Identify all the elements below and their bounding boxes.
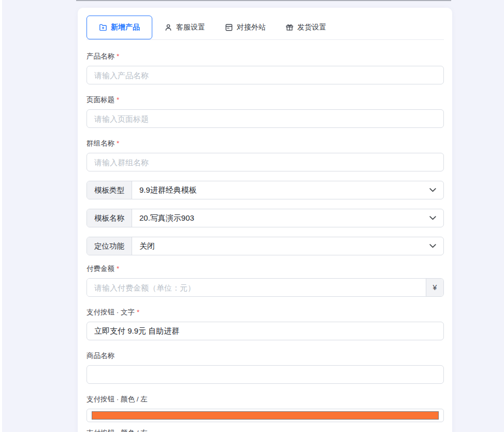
folder-add-icon bbox=[99, 23, 107, 32]
select-value: 9.9进群经典模板 bbox=[132, 181, 429, 199]
select-value: 20.写真演示903 bbox=[132, 209, 429, 227]
field-pay-button-color-left: 支付按钮 · 颜色 / 左 bbox=[87, 395, 444, 422]
tab-bar: 新增产品 客服设置 对接外站 bbox=[87, 16, 444, 40]
required-mark: * bbox=[117, 95, 119, 105]
location-feature-select[interactable]: 定位功能 关闭 bbox=[87, 237, 444, 255]
chevron-down-icon bbox=[429, 209, 436, 227]
tab-label: 新增产品 bbox=[111, 23, 140, 32]
tab-add-product[interactable]: 新增产品 bbox=[87, 16, 152, 39]
select-label: 模板类型 bbox=[87, 181, 132, 199]
select-label: 模板名称 bbox=[87, 209, 132, 227]
color-picker-left[interactable] bbox=[87, 409, 444, 422]
required-mark: * bbox=[117, 52, 119, 61]
page-left-edge bbox=[0, 0, 2, 432]
goods-name-input[interactable] bbox=[87, 365, 444, 384]
field-label: 支付按钮 · 文字 * bbox=[87, 308, 444, 317]
tab-label: 客服设置 bbox=[176, 23, 205, 32]
tab-label: 发货设置 bbox=[297, 23, 326, 32]
field-pay-button-text: 支付按钮 · 文字 * bbox=[87, 308, 444, 340]
field-page-title: 页面标题 * bbox=[87, 95, 444, 128]
tab-label: 对接外站 bbox=[237, 23, 266, 32]
chevron-down-icon bbox=[429, 181, 436, 199]
tab-customer-service[interactable]: 客服设置 bbox=[156, 16, 213, 39]
gift-icon bbox=[285, 23, 294, 32]
chevron-down-icon bbox=[429, 237, 436, 255]
select-label: 定位功能 bbox=[87, 237, 132, 255]
field-label: 产品名称 * bbox=[87, 52, 444, 61]
field-label: 群组名称 * bbox=[87, 139, 444, 148]
tab-shipping-settings[interactable]: 发货设置 bbox=[278, 16, 334, 39]
user-icon bbox=[164, 23, 172, 32]
select-value: 关闭 bbox=[132, 237, 429, 255]
product-form-card: 新增产品 客服设置 对接外站 bbox=[78, 8, 452, 432]
field-group-name: 群组名称 * bbox=[87, 139, 444, 171]
product-name-input[interactable] bbox=[87, 66, 444, 84]
field-product-name: 产品名称 * bbox=[87, 52, 444, 84]
field-label: 付费金额 * bbox=[87, 264, 444, 273]
document-icon bbox=[225, 23, 233, 32]
field-pay-button-color-right: 支付按钮 · 颜色 / 右 bbox=[87, 428, 444, 432]
pay-amount-input[interactable] bbox=[87, 279, 426, 296]
field-pay-amount: 付费金额 * ¥ bbox=[87, 264, 444, 297]
scrolled-divider bbox=[76, 0, 451, 1]
group-name-input[interactable] bbox=[87, 153, 444, 171]
pay-amount-input-group: ¥ bbox=[87, 278, 444, 297]
required-mark: * bbox=[117, 139, 119, 148]
required-mark: * bbox=[137, 308, 139, 317]
field-label: 支付按钮 · 颜色 / 左 bbox=[87, 395, 444, 404]
field-label: 支付按钮 · 颜色 / 右 bbox=[87, 428, 444, 432]
field-label: 页面标题 * bbox=[87, 95, 444, 105]
required-mark: * bbox=[117, 264, 119, 273]
field-label: 商品名称 bbox=[87, 351, 444, 361]
template-type-select[interactable]: 模板类型 9.9进群经典模板 bbox=[87, 181, 444, 199]
color-swatch bbox=[92, 411, 439, 420]
currency-suffix: ¥ bbox=[426, 279, 443, 296]
page-title-input[interactable] bbox=[87, 109, 444, 128]
add-product-form: 产品名称 * 页面标题 * 群组名称 * 模板类型 bbox=[87, 52, 444, 432]
tab-external-site[interactable]: 对接外站 bbox=[217, 16, 273, 39]
template-name-select[interactable]: 模板名称 20.写真演示903 bbox=[87, 209, 444, 227]
field-goods-name: 商品名称 bbox=[87, 351, 444, 384]
pay-button-text-input[interactable] bbox=[87, 322, 444, 340]
